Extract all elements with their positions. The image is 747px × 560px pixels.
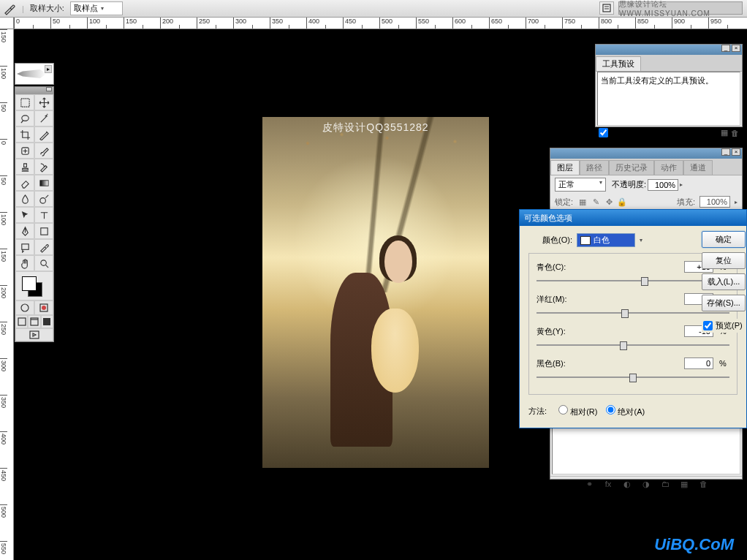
color-swatches[interactable] — [15, 271, 53, 300]
ruler-tick: 600 — [452, 18, 489, 29]
slice-tool[interactable] — [34, 126, 53, 143]
stamp-tool[interactable] — [15, 159, 34, 175]
minimize-icon[interactable]: _ — [721, 45, 730, 52]
minimize-icon[interactable]: _ — [721, 148, 730, 156]
foreground-color[interactable] — [22, 276, 37, 291]
toolbox-header[interactable] — [15, 87, 53, 94]
edit-imageready[interactable] — [15, 328, 53, 341]
method-relative[interactable]: 相对(R) — [558, 405, 597, 417]
slider-track[interactable] — [536, 372, 729, 382]
screen-mode-standard[interactable] — [15, 315, 28, 328]
method-absolute[interactable]: 绝对(A) — [606, 405, 645, 417]
current-tool-only-checkbox[interactable] — [599, 128, 608, 137]
screen-mode-full[interactable] — [41, 315, 53, 328]
gradient-tool[interactable] — [34, 175, 53, 191]
svg-rect-15 — [43, 318, 50, 325]
ruler-tick: 0 — [14, 18, 50, 29]
ruler-tick: 550 — [0, 541, 7, 560]
slider-value-input[interactable] — [684, 357, 713, 369]
opacity-input[interactable]: 100% — [648, 179, 678, 191]
ruler-tick: 200 — [160, 18, 197, 29]
slider-track[interactable] — [536, 340, 729, 350]
load-button[interactable]: 载入(L)... — [702, 273, 746, 290]
blur-tool[interactable] — [15, 191, 34, 207]
dodge-tool[interactable] — [34, 191, 53, 207]
color-dropdown[interactable]: 白色 — [577, 233, 635, 247]
ruler-tick: 500 — [379, 18, 416, 29]
fill-input[interactable]: 100% — [699, 196, 730, 208]
close-icon[interactable]: × — [732, 148, 740, 156]
close-icon[interactable]: × — [732, 45, 740, 52]
svg-point-11 — [42, 306, 46, 310]
tab-actions[interactable]: 动作 — [654, 160, 683, 175]
layer-mask-icon[interactable]: ◐ — [621, 479, 633, 489]
quickmask-mode[interactable] — [34, 300, 53, 315]
notes-tool[interactable] — [15, 239, 34, 255]
layer-style-icon[interactable]: fx — [602, 479, 614, 489]
zoom-tool[interactable] — [34, 255, 53, 271]
path-select-tool[interactable] — [15, 207, 34, 223]
slider-thumb[interactable] — [629, 374, 637, 382]
document-image[interactable]: 皮特设计QQ3551282 — [262, 117, 489, 468]
delete-preset-icon[interactable]: 🗑 — [731, 129, 739, 137]
lasso-tool[interactable] — [15, 110, 34, 126]
dialog-titlebar[interactable]: 可选颜色选项 — [520, 210, 746, 226]
tab-paths[interactable]: 路径 — [580, 160, 609, 175]
ok-button[interactable]: 确定 — [702, 231, 746, 248]
wand-tool[interactable] — [34, 110, 53, 126]
marquee-tool[interactable] — [15, 94, 34, 110]
new-preset-icon[interactable]: ▦ — [721, 128, 728, 137]
new-layer-icon[interactable]: ▦ — [678, 479, 690, 489]
ruler-tick: 900 — [672, 18, 708, 29]
delete-layer-icon[interactable]: 🗑 — [697, 479, 709, 489]
shape-tool[interactable] — [34, 223, 53, 239]
screen-mode-fullmenu[interactable] — [28, 315, 40, 328]
feather-icon — [17, 69, 46, 78]
hand-tool[interactable] — [15, 255, 34, 271]
slider-track[interactable] — [536, 276, 729, 286]
lock-paint-icon[interactable]: ✎ — [591, 197, 601, 207]
palette-toggle-icon[interactable] — [599, 1, 614, 15]
tab-layers[interactable]: 图层 — [550, 160, 580, 175]
eraser-tool[interactable] — [15, 175, 34, 191]
ruler-tick: 650 — [489, 18, 526, 29]
crop-tool[interactable] — [15, 126, 34, 143]
layer-group-icon[interactable]: 🗀 — [659, 479, 671, 489]
slider-track[interactable] — [536, 308, 729, 318]
brand-banner: 思缘设计论坛 WWW.MISSYUAN.COM — [618, 1, 743, 15]
slider-thumb[interactable] — [641, 277, 648, 286]
save-button[interactable]: 存储(S)... — [702, 295, 746, 311]
lock-position-icon[interactable]: ✥ — [604, 197, 614, 207]
blend-mode-dropdown[interactable]: 正常 ▾ — [555, 178, 606, 192]
brush-tool[interactable] — [34, 143, 53, 159]
tab-tool-presets[interactable]: 工具预设 — [596, 56, 641, 71]
tool-preset-thumb[interactable]: ▸ — [15, 63, 54, 85]
opacity-slider-arrow[interactable]: ▸ — [680, 181, 683, 188]
panel-titlebar[interactable]: _ × — [550, 148, 742, 159]
healing-tool[interactable] — [15, 143, 34, 159]
tab-history[interactable]: 历史记录 — [609, 160, 654, 175]
link-layers-icon[interactable]: ⚭ — [583, 479, 595, 489]
sample-size-dropdown[interactable]: 取样点 ▾ — [70, 1, 123, 15]
eyedropper-tool[interactable] — [34, 239, 53, 255]
toolbox — [15, 86, 54, 342]
preview-checkbox[interactable] — [703, 321, 713, 330]
eyedropper-icon[interactable] — [3, 2, 16, 15]
panel-titlebar[interactable]: _ × — [596, 45, 742, 55]
move-tool[interactable] — [34, 94, 53, 110]
cancel-button[interactable]: 复位 — [702, 252, 746, 269]
slider-thumb[interactable] — [620, 341, 627, 350]
slider-thumb[interactable] — [621, 309, 629, 318]
pen-tool[interactable] — [15, 223, 34, 239]
preset-menu-arrow[interactable]: ▸ — [45, 65, 52, 73]
adjustment-layer-icon[interactable]: ◑ — [640, 479, 652, 489]
lock-all-icon[interactable]: 🔒 — [617, 197, 627, 207]
fill-slider-arrow[interactable]: ▸ — [735, 199, 737, 205]
tab-channels[interactable]: 通道 — [683, 160, 713, 175]
history-brush-tool[interactable] — [34, 159, 53, 175]
standard-mode[interactable] — [15, 300, 34, 315]
horizontal-ruler: 0501001502002503003504004505005506006507… — [14, 18, 747, 29]
lock-transparency-icon[interactable]: ▦ — [577, 197, 588, 207]
chevron-down-icon[interactable]: ▾ — [640, 237, 642, 243]
type-tool[interactable] — [34, 207, 53, 223]
